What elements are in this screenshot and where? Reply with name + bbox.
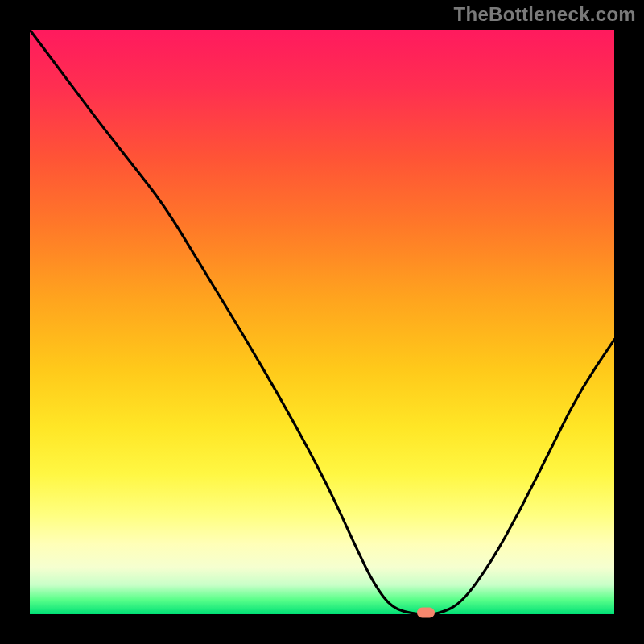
- plot-area: [30, 30, 614, 614]
- chart-container: TheBottleneck.com: [0, 0, 644, 644]
- watermark-text: TheBottleneck.com: [454, 3, 636, 26]
- curve-path: [30, 30, 614, 614]
- bottleneck-curve: [30, 30, 614, 614]
- optimal-marker: [417, 608, 435, 618]
